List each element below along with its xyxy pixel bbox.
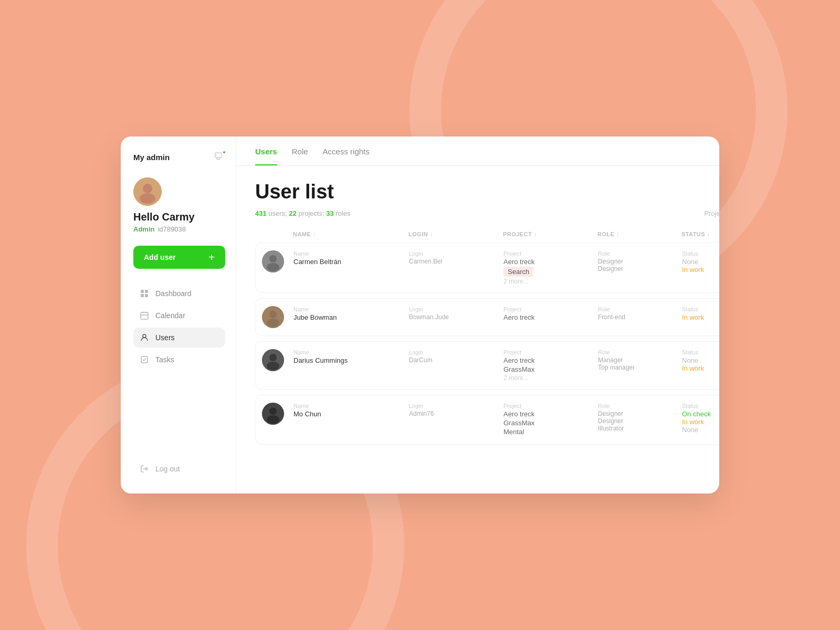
svg-point-18 (269, 354, 277, 361)
avatar (262, 349, 284, 371)
th-avatar (261, 231, 293, 237)
avatar-section: Hello Carmy Admin id789038 (133, 177, 225, 233)
sidebar-title: My admin (133, 153, 170, 162)
sidebar-header: My admin (133, 151, 225, 163)
th-role[interactable]: ROLE ↕ (597, 231, 681, 237)
svg-point-13 (267, 263, 279, 271)
status-cell: Status None In work (682, 250, 719, 274)
th-name[interactable]: NAME ↓ (293, 231, 408, 237)
role-cell: Role Designer Designer Illustrator (598, 403, 682, 432)
calendar-icon (140, 311, 149, 320)
dashboard-label: Dashboard (155, 289, 192, 298)
admin-badge: Admin (133, 225, 154, 233)
login-cell: Login DarCum (409, 349, 503, 364)
tasks-label: Tasks (155, 355, 174, 364)
filters: Project all ▾ Date added all time ▾ Role… (704, 209, 719, 217)
filter-project[interactable]: Project all ▾ (704, 209, 719, 217)
table-header: NAME ↓ LOGIN ↕ PROJECT ↕ ROLE ↕ STATUS ↕… (255, 228, 719, 240)
svg-rect-4 (141, 290, 144, 293)
svg-point-22 (267, 415, 279, 424)
notif-dot (222, 150, 226, 154)
svg-point-3 (140, 193, 155, 204)
table-row: Name Jube Bowman Login Bowman.Jude Proje… (255, 298, 719, 336)
table-row: Name Darius Cummings Login DarCum Projec… (255, 341, 719, 390)
sidebar: My admin Hello Carmy Admin id789 (121, 136, 236, 494)
sidebar-item-users[interactable]: Users (133, 328, 225, 348)
svg-rect-6 (141, 294, 144, 297)
avatar (262, 403, 284, 425)
login-cell: Login Carmen.Bel (409, 250, 503, 265)
tab-users[interactable]: Users (255, 147, 277, 165)
project-cell: Project Aero treck GrassMax Mental (503, 403, 598, 437)
status-cell: Status In work (682, 306, 719, 321)
svg-point-19 (267, 362, 279, 370)
tab-role[interactable]: Role (292, 147, 308, 165)
stats-text: 431 users; 22 projects; 33 roles (255, 209, 350, 217)
login-cell: Login Admin76 (409, 403, 503, 417)
project-count: 22 (289, 209, 296, 217)
role-cell: Role Front-end (598, 306, 682, 321)
add-user-button[interactable]: Add user + (133, 246, 225, 269)
role-cell: Role Manager Top manager (598, 349, 682, 371)
avatar (262, 306, 284, 328)
stats-bar: 431 users; 22 projects; 33 roles Project… (255, 209, 719, 217)
calendar-label: Calendar (155, 311, 185, 320)
tab-bar: Users Role Access rights (255, 147, 370, 165)
project-cell: Project Aero treck (503, 306, 598, 322)
nav-items: Dashboard Calendar Users (133, 284, 225, 448)
login-cell: Login Bowman.Jude (409, 306, 503, 321)
name-cell: Name Jube Bowman (293, 306, 409, 321)
avatar (262, 250, 284, 272)
hello-text: Hello Carmy (133, 211, 195, 223)
notification-icon[interactable] (214, 151, 225, 163)
user-id: id789038 (158, 225, 186, 233)
svg-rect-0 (215, 153, 222, 158)
svg-point-2 (143, 184, 152, 193)
project-cell: Project Aero treck Search 2 more... (503, 250, 598, 285)
status-cell: Status None In work (682, 349, 719, 372)
avatar (133, 177, 162, 206)
add-user-plus-icon: + (208, 252, 215, 262)
project-cell: Project Aero treck GrassMax 2 more... (503, 349, 598, 382)
svg-point-12 (269, 255, 277, 262)
svg-rect-7 (145, 294, 148, 297)
sidebar-item-tasks[interactable]: Tasks (133, 350, 225, 370)
user-meta: Admin id789038 (133, 225, 186, 233)
dashboard-icon (140, 289, 149, 298)
page-title: User list (255, 181, 719, 203)
table-row: Name Carmen Beltrán Login Carmen.Bel Pro… (255, 243, 719, 293)
th-project[interactable]: PROJECT ↕ (503, 231, 597, 237)
name-cell: Name Carmen Beltrán (293, 250, 409, 266)
logout-icon (140, 464, 149, 474)
sidebar-item-calendar[interactable]: Calendar (133, 306, 225, 326)
svg-rect-5 (145, 290, 148, 293)
name-cell: Name Darius Cummings (293, 349, 409, 364)
logout-button[interactable]: Log out (133, 459, 225, 479)
tasks-icon (140, 355, 149, 364)
name-cell: Name Mo Chun (293, 403, 409, 418)
sidebar-item-dashboard[interactable]: Dashboard (133, 284, 225, 303)
svg-point-15 (269, 311, 277, 318)
svg-rect-8 (141, 312, 148, 319)
logout-label: Log out (155, 465, 180, 473)
user-count: 431 (255, 209, 267, 217)
role-cell: Role Designer Designer (598, 250, 682, 272)
add-user-label: Add user (144, 253, 176, 261)
svg-point-16 (267, 319, 279, 327)
status-cell: Status On check In work None (682, 403, 719, 434)
table-row: Name Mo Chun Login Admin76 Project Aero … (255, 395, 719, 445)
th-status[interactable]: STATUS ↕ (681, 231, 719, 237)
tab-access-rights[interactable]: Access rights (323, 147, 370, 165)
users-icon (140, 333, 149, 342)
app-container: My admin Hello Carmy Admin id789 (121, 136, 719, 494)
svg-point-21 (269, 407, 277, 415)
users-label: Users (155, 333, 175, 342)
svg-point-9 (143, 334, 146, 338)
main-content: Users Role Access rights 🔍 Search User l… (236, 136, 719, 494)
content-area: User list 431 users; 22 projects; 33 rol… (236, 166, 719, 494)
th-login[interactable]: LOGIN ↕ (408, 231, 503, 237)
top-nav: Users Role Access rights 🔍 Search (236, 136, 719, 166)
role-count: 33 (326, 209, 333, 217)
